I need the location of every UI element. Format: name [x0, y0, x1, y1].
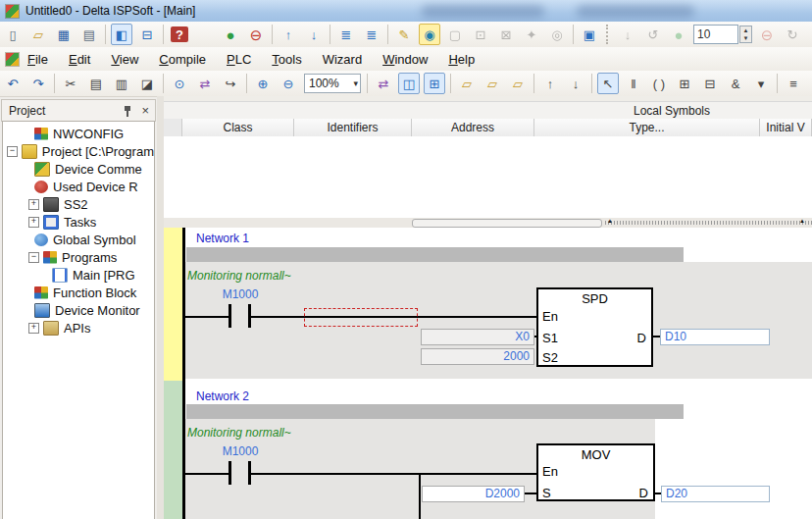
sidebar-item-nwconfig[interactable]: NWCONFIG — [3, 125, 154, 142]
zoom-out-icon[interactable]: ⊖ — [278, 73, 299, 94]
mov-function-block[interactable]: MOV En S D — [536, 443, 655, 501]
sidebar-item-device-comme[interactable]: Device Comme — [3, 160, 154, 178]
insert-network-above-icon[interactable]: ↑ — [539, 73, 561, 94]
zoom-level-select[interactable]: 100%▾ — [304, 74, 361, 93]
address-symbol-toggle-icon[interactable]: ⇄ — [373, 73, 394, 94]
function-block-icon[interactable]: ⊟ — [699, 73, 721, 94]
simulator-icon[interactable]: ● — [220, 24, 241, 45]
table-ladder-splitter[interactable]: ▲ ▲ — [164, 218, 812, 228]
symbols-table-body[interactable] — [164, 136, 812, 218]
coil-icon[interactable]: ( ) — [648, 73, 670, 94]
expand-icon[interactable]: + — [28, 199, 39, 210]
transfer-count-value[interactable] — [693, 25, 738, 44]
insert-network-below-icon[interactable]: ↓ — [565, 73, 586, 94]
new-file-icon[interactable]: ▯ — [2, 24, 24, 45]
expand-icon[interactable]: + — [28, 217, 39, 228]
copy-icon[interactable]: ▤ — [85, 73, 107, 94]
system-log-icon[interactable]: ≣ — [335, 24, 357, 45]
menu-plc[interactable]: PLC — [225, 50, 253, 69]
menu-tools[interactable]: Tools — [270, 50, 303, 69]
title-bar[interactable]: Untitled0 - Delta ISPSoft - [Main] — [0, 0, 812, 23]
menu-edit[interactable]: Edit — [67, 50, 92, 69]
window-left-layout-icon[interactable]: ◧ — [111, 24, 132, 45]
network2-label[interactable]: Network 2 — [196, 389, 249, 403]
help-book-icon[interactable]: ? — [171, 26, 188, 42]
save-icon[interactable]: ▦ — [53, 24, 75, 45]
collapse-up-icon[interactable]: ▲ — [799, 218, 805, 224]
sidebar-item-ss2[interactable]: +SS2 — [3, 195, 154, 213]
cut-icon[interactable]: ✂ — [60, 73, 81, 94]
sidebar-item-device-monitor[interactable]: Device Monitor — [3, 301, 154, 319]
chevron-down-icon[interactable]: ▾ — [351, 78, 360, 88]
paste-icon[interactable]: ▥ — [111, 73, 132, 94]
project-panel-header[interactable]: Project × — [1, 99, 156, 122]
spd-function-block[interactable]: SPD En S1 S2 D — [536, 287, 653, 367]
sidebar-item-used-device-r[interactable]: Used Device R — [3, 178, 154, 195]
contact-symbol[interactable] — [228, 304, 231, 328]
collapse-icon[interactable]: − — [28, 252, 39, 263]
operand-input-s1[interactable]: X0 — [421, 329, 534, 345]
sidebar-item-tasks[interactable]: +Tasks — [3, 213, 154, 231]
window-bottom-layout-icon[interactable]: ⊟ — [136, 24, 158, 45]
sidebar-item-project-c-program[interactable]: −Project [C:\Program — [3, 142, 154, 160]
online-monitor-icon[interactable]: ◉ — [419, 24, 440, 45]
operand-output-d[interactable]: D20 — [661, 486, 770, 502]
close-icon[interactable]: × — [139, 106, 151, 116]
network2-margin[interactable] — [164, 381, 182, 519]
stop-simulator-icon[interactable]: ⊖ — [245, 24, 267, 45]
device-log-icon[interactable]: ≣ — [361, 24, 382, 45]
ampersand-icon[interactable]: & — [725, 73, 746, 94]
apply-instruction-icon[interactable]: ⊞ — [674, 73, 695, 94]
menu-compile[interactable]: Compile — [157, 50, 208, 69]
menu-wizard[interactable]: Wizard — [321, 50, 364, 69]
sidebar-item-main-prg[interactable]: Main [PRG — [3, 266, 154, 284]
horizontal-scrollbar-thumb[interactable] — [412, 219, 602, 228]
contact-icon[interactable]: ‖ — [623, 73, 644, 94]
open-project-icon[interactable]: ▱ — [27, 24, 49, 45]
goto-icon[interactable]: ↪ — [220, 73, 241, 94]
memory-view-icon[interactable]: ▣ — [579, 24, 600, 45]
network-comment-view-icon[interactable]: ⊞ — [424, 73, 445, 94]
import-pou-icon[interactable]: ▱ — [482, 73, 503, 94]
panel-splitter[interactable] — [157, 96, 164, 519]
network2-comment-bar[interactable] — [186, 404, 684, 419]
contact-operand-label[interactable]: M1000 — [211, 287, 270, 301]
network1-margin[interactable] — [164, 228, 182, 381]
collapse-up-icon[interactable]: ▲ — [607, 218, 613, 224]
symbol-table-view-icon[interactable]: ◫ — [398, 73, 420, 94]
redo-icon[interactable]: ↷ — [27, 73, 49, 94]
instruction-dropdown-icon[interactable]: ▾ — [750, 73, 772, 94]
menu-view[interactable]: View — [109, 50, 140, 69]
sidebar-item-programs[interactable]: −Programs — [3, 248, 154, 266]
operand-output-d[interactable]: D10 — [660, 329, 770, 345]
network1-comment-bar[interactable] — [186, 247, 684, 262]
erase-icon[interactable]: ◪ — [136, 73, 158, 94]
download-to-plc-icon[interactable]: ↑ — [278, 24, 299, 45]
menu-window[interactable]: Window — [381, 50, 430, 69]
find-icon[interactable]: ⊙ — [169, 73, 190, 94]
contact-operand-label[interactable]: M1000 — [211, 444, 270, 458]
network1-label[interactable]: Network 1 — [196, 232, 249, 245]
new-pou-icon[interactable]: ▱ — [456, 73, 478, 94]
transfer-count-spinbox[interactable]: ▲▼ — [693, 25, 752, 44]
collapse-icon[interactable]: − — [7, 146, 18, 157]
replace-icon[interactable]: ⇄ — [194, 73, 216, 94]
splitter-handle[interactable] — [605, 221, 812, 225]
column-header-address[interactable]: Address — [412, 119, 534, 136]
sidebar-item-global-symbol[interactable]: Global Symbol — [3, 231, 154, 248]
contact-symbol[interactable] — [228, 461, 231, 485]
column-header-initialv[interactable]: Initial V — [760, 119, 812, 136]
undo-icon[interactable]: ↶ — [2, 73, 24, 94]
menu-file[interactable]: File — [25, 50, 50, 69]
column-header-type[interactable]: Type... — [534, 119, 760, 136]
spin-up-icon[interactable]: ▲ — [740, 26, 751, 34]
print-icon[interactable]: ▤ — [78, 24, 100, 45]
pin-icon[interactable] — [123, 105, 133, 117]
sidebar-item-apis[interactable]: +APIs — [3, 319, 154, 337]
spin-down-icon[interactable]: ▼ — [740, 34, 751, 42]
operand-input-s2[interactable]: 2000 — [421, 348, 534, 365]
export-pou-icon[interactable]: ▱ — [507, 73, 529, 94]
edit-mode-icon[interactable]: ✎ — [393, 24, 415, 45]
column-header-identifiers[interactable]: Identifiers — [294, 119, 412, 136]
upload-from-plc-icon[interactable]: ↓ — [303, 24, 325, 45]
